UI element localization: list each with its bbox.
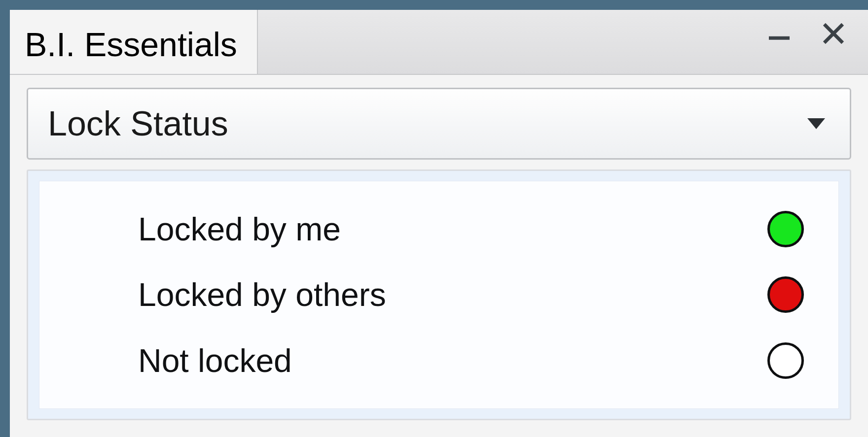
titlebar: B.I. Essentials [10, 10, 868, 75]
window-controls [760, 10, 868, 74]
panel-title: B.I. Essentials [25, 25, 237, 64]
legend-item-locked-by-others[interactable]: Locked by others [138, 276, 804, 313]
dropdown-label: Lock Status [48, 104, 228, 143]
panel-window: B.I. Essentials [10, 10, 868, 437]
lock-status-dropdown[interactable]: Lock Status [27, 88, 851, 160]
panel-body: Lock Status Locked by me Locked by other… [10, 75, 868, 437]
legend-item-not-locked[interactable]: Not locked [138, 342, 804, 379]
close-icon [820, 20, 847, 49]
minimize-icon [765, 20, 793, 49]
minimize-button[interactable] [760, 15, 799, 54]
legend-label: Locked by others [138, 276, 386, 313]
status-dot-icon [767, 342, 804, 379]
title-tab[interactable]: B.I. Essentials [10, 10, 258, 74]
legend-list: Locked by me Locked by others Not locked [39, 181, 839, 409]
titlebar-spacer [258, 10, 760, 74]
legend-label: Locked by me [138, 210, 341, 248]
chevron-down-icon [807, 118, 825, 129]
legend-label: Not locked [138, 342, 292, 379]
status-dot-icon [767, 276, 804, 313]
legend-panel: Locked by me Locked by others Not locked [27, 169, 851, 420]
status-dot-icon [767, 211, 804, 247]
close-button[interactable] [814, 15, 853, 54]
legend-item-locked-by-me[interactable]: Locked by me [138, 210, 804, 248]
